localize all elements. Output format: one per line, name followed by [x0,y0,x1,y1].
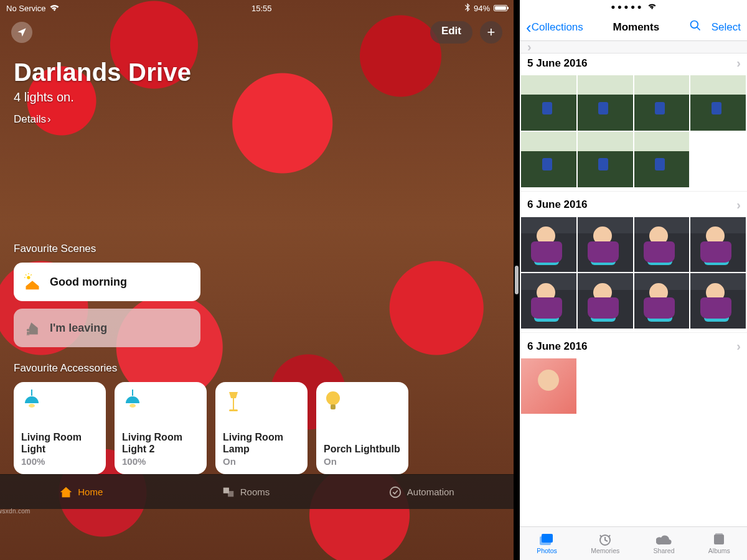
accessory-name: Living Room Lamp [223,432,300,455]
tab-home[interactable]: Home [59,485,103,499]
svg-line-18 [697,27,700,30]
add-button[interactable]: + [480,21,502,44]
photo-thumbnail[interactable] [634,273,690,329]
floor-lamp-icon [223,390,300,413]
home-top-actions: Edit + [0,16,514,44]
photo-thumbnail[interactable] [634,75,690,131]
battery-percent: 94% [474,4,490,13]
svg-point-12 [326,391,340,405]
scene-label: I'm leaving [50,322,107,335]
accessory-state: 100% [122,456,199,467]
grid-filler [690,132,746,187]
moment-header[interactable]: 5 June 2016 › [520,54,747,75]
tab-photos[interactable]: Photos [537,533,557,554]
scene-good-morning[interactable]: Good morning [14,263,200,301]
svg-point-17 [690,21,698,29]
tab-label: Rooms [240,487,270,497]
photo-thumbnail[interactable] [634,217,690,273]
automation-icon [388,485,402,499]
tab-label: Home [78,487,103,497]
pendant-light-icon [122,390,199,413]
svg-point-7 [29,404,35,408]
photo-thumbnail[interactable] [690,75,746,131]
tab-albums[interactable]: Albums [708,533,730,554]
svg-rect-10 [233,398,234,409]
albums-icon [711,533,727,546]
accessory-state: 100% [21,456,98,467]
accessory-living-room-light[interactable]: Living Room Light 100% [14,382,106,474]
svg-line-3 [26,274,26,275]
tab-shared[interactable]: Shared [654,533,675,554]
accessory-name: Porch Lightbulb [324,444,401,455]
status-time: 15:55 [251,4,272,13]
wifi-icon [648,2,656,11]
tab-automation[interactable]: Automation [388,485,454,499]
moment-header[interactable]: 6 June 2016 › [520,332,747,358]
moment-date: 5 June 2016 [527,57,587,70]
location-button[interactable] [11,22,32,43]
split-view-divider[interactable] [514,0,520,560]
bulb-icon [324,390,401,413]
photo-thumbnail[interactable] [634,132,690,187]
home-details-link[interactable]: Details › [14,113,500,126]
tab-label: Memories [591,547,619,554]
photo-thumbnail[interactable] [521,273,576,329]
favourite-accessories-label: Favourite Accessories [0,362,514,375]
photo-thumbnail[interactable] [521,132,576,187]
bluetooth-icon [464,3,470,14]
photo-thumbnail[interactable] [690,217,746,273]
photo-thumbnail[interactable] [578,75,633,131]
photo-thumbnail[interactable] [521,217,576,273]
home-header: Darlands Drive 4 lights on. Details › [0,44,514,131]
tab-rooms[interactable]: Rooms [222,485,270,499]
leaving-house-icon [24,319,41,337]
accessory-living-room-light-2[interactable]: Living Room Light 2 100% [115,382,207,474]
moments-scroll[interactable]: 5 June 2016 › 6 June 2016 › [520,41,747,526]
photos-app-pane: ● ● ● ● ● ‹ Collections Moments Select 5… [520,0,747,560]
ipad-status-bar: No Service 15:55 94% [0,0,514,16]
moment-header-cutoff[interactable] [520,41,747,54]
svg-rect-22 [714,534,724,544]
tab-memories[interactable]: Memories [591,533,619,554]
grid-filler [578,358,633,414]
battery-icon [494,5,507,11]
back-label: Collections [532,21,583,34]
scene-label: Good morning [50,276,127,289]
accessory-state: On [223,456,300,467]
accessory-state: On [324,456,401,467]
scene-im-leaving[interactable]: I'm leaving [14,309,200,347]
edit-button[interactable]: Edit [430,21,472,44]
photo-thumbnail[interactable] [690,273,746,329]
svg-rect-15 [228,491,233,497]
chevron-right-icon: › [736,339,741,353]
tab-label: Shared [654,547,675,554]
moment-grid [520,75,747,191]
svg-rect-23 [715,533,723,535]
chevron-right-icon: › [736,56,741,70]
tab-label: Albums [708,547,730,554]
photo-thumbnail[interactable] [578,217,633,273]
accessory-name: Living Room Light 2 [122,432,199,455]
accessory-porch-lightbulb[interactable]: Porch Lightbulb On [316,382,408,474]
select-button[interactable]: Select [712,21,741,34]
pendant-light-icon [21,390,98,413]
tab-label: Automation [407,487,454,497]
accessory-living-room-lamp[interactable]: Living Room Lamp On [215,382,308,474]
signal-dots-icon: ● ● ● ● ● [611,2,642,11]
photo-thumbnail[interactable] [578,273,633,329]
svg-rect-13 [331,404,336,409]
favourite-scenes-label: Favourite Scenes [0,243,514,255]
svg-rect-11 [229,409,238,411]
search-button[interactable] [689,19,702,35]
grid-filler [634,358,690,414]
photo-thumbnail[interactable] [578,132,633,187]
cloud-icon [656,533,672,546]
moment-header[interactable]: 6 June 2016 › [520,191,747,217]
photos-tab-bar: Photos Memories Shared Albums [520,526,747,560]
photo-thumbnail[interactable] [521,75,576,131]
photos-nav-bar: ‹ Collections Moments Select [520,14,747,41]
details-label: Details [14,113,46,126]
back-collections-button[interactable]: ‹ Collections [526,21,583,34]
home-title: Darlands Drive [14,58,500,86]
photo-thumbnail[interactable] [521,358,576,414]
